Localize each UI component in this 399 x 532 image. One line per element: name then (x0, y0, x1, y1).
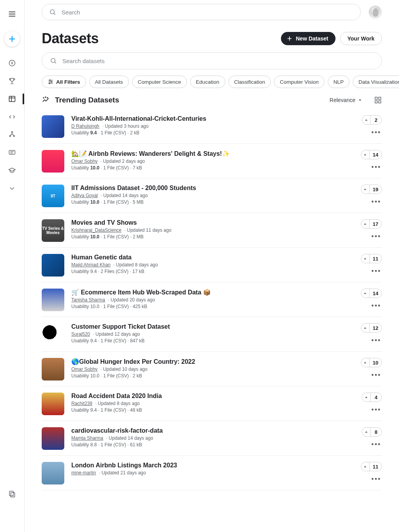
chip-nlp[interactable]: NLP (328, 76, 350, 88)
chip-classification[interactable]: Classification (228, 76, 271, 88)
upvote-button[interactable]: 2 (362, 115, 382, 125)
dataset-author[interactable]: mine-martin (71, 470, 96, 476)
caret-up-icon (362, 393, 371, 402)
dataset-row[interactable]: Virat-Kohli-All-International-Cricket-Ce… (42, 109, 382, 144)
hamburger-menu-icon[interactable] (5, 7, 19, 21)
filters-icon (48, 79, 54, 85)
svg-marker-49 (365, 431, 367, 433)
svg-rect-19 (11, 493, 15, 497)
more-menu-icon[interactable]: ••• (371, 235, 382, 240)
svg-marker-41 (364, 154, 366, 155)
dataset-updated: Updated 12 days ago (92, 331, 140, 337)
nav-events[interactable] (5, 487, 19, 501)
svg-rect-37 (379, 97, 381, 100)
nav-competitions[interactable] (5, 74, 19, 88)
nav-discussions[interactable] (5, 146, 19, 160)
sort-dropdown[interactable]: Relevance (330, 97, 362, 103)
dataset-title[interactable]: IIT Admissions Dataset - 200,000 Student… (71, 185, 347, 192)
dataset-title[interactable]: Human Genetic data (71, 254, 347, 261)
dataset-row[interactable]: 🏡📝 Airbnb Reviews: Wanderers' Delight & … (42, 144, 382, 178)
nav-learn[interactable] (5, 164, 19, 178)
upvote-button[interactable]: 11 (361, 254, 382, 263)
nav-more[interactable] (5, 181, 19, 196)
upvote-button[interactable]: 11 (361, 462, 382, 471)
chip-education[interactable]: Education (190, 76, 225, 88)
dataset-row[interactable]: Road Accident Data 2020 India Rachit239 … (42, 386, 382, 421)
dataset-title[interactable]: cardiovascular-risk-factor-data (71, 427, 347, 434)
more-menu-icon[interactable]: ••• (371, 373, 382, 378)
more-menu-icon[interactable]: ••• (371, 408, 382, 413)
chip-all-datasets[interactable]: All Datasets (89, 76, 129, 88)
dataset-row[interactable]: London Airbnb Listings March 2023 mine-m… (42, 456, 382, 490)
upvote-button[interactable]: 14 (361, 289, 382, 298)
svg-marker-45 (364, 292, 366, 294)
chip-all-filters[interactable]: All Filters (42, 76, 86, 88)
dataset-title[interactable]: Customer Support Ticket Dataset (71, 323, 347, 330)
dataset-title[interactable]: London Airbnb Listings March 2023 (71, 462, 347, 469)
upvote-button[interactable]: 17 (361, 219, 382, 229)
upvote-button[interactable]: 19 (361, 185, 382, 194)
chip-data-visualization[interactable]: Data Visualization (353, 76, 399, 88)
dataset-title[interactable]: 🛒 Ecommerce Item Hub Web-Scraped Data 📦 (71, 289, 347, 296)
upvote-button[interactable]: 4 (362, 393, 382, 402)
grid-view-toggle[interactable] (374, 96, 382, 104)
dataset-author[interactable]: Krishnaraj_DataScience (71, 227, 122, 233)
avatar[interactable] (369, 5, 382, 19)
nav-datasets[interactable] (5, 92, 19, 106)
svg-marker-6 (11, 62, 12, 65)
upvote-button[interactable]: 12 (361, 323, 382, 333)
new-dataset-button[interactable]: New Dataset (281, 32, 335, 45)
more-menu-icon[interactable]: ••• (371, 270, 382, 274)
dataset-row[interactable]: 🛒 Ecommerce Item Hub Web-Scraped Data 📦 … (42, 282, 382, 317)
dataset-author[interactable]: Omar Sobhy (71, 159, 97, 164)
dataset-row[interactable]: IIT IIT Admissions Dataset - 200,000 Stu… (42, 178, 382, 213)
svg-marker-44 (364, 258, 366, 259)
dataset-title[interactable]: Road Accident Data 2020 India (71, 393, 347, 400)
dataset-row[interactable]: Customer Support Ticket Dataset Suraj520… (42, 317, 382, 352)
svg-marker-50 (364, 466, 366, 467)
caret-up-icon (361, 150, 370, 159)
global-search-input[interactable] (62, 9, 353, 16)
dataset-thumbnail (42, 254, 64, 277)
upvote-button[interactable]: 14 (361, 150, 382, 159)
your-work-button[interactable]: Your Work (340, 32, 382, 45)
nav-home[interactable] (5, 56, 19, 70)
dataset-author[interactable]: Tanisha Sharma (71, 297, 105, 303)
more-menu-icon[interactable]: ••• (371, 166, 382, 170)
more-menu-icon[interactable]: ••• (371, 443, 382, 447)
dataset-author[interactable]: Suraj520 (71, 331, 90, 337)
dataset-author[interactable]: D Rahulsingh (71, 123, 99, 129)
more-menu-icon[interactable]: ••• (371, 304, 382, 309)
more-menu-icon[interactable]: ••• (371, 131, 382, 136)
dataset-updated: Updated 10 days ago (99, 366, 147, 372)
chip-computer-vision[interactable]: Computer Vision (274, 76, 325, 88)
chip-computer-science[interactable]: Computer Science (132, 76, 187, 88)
datasets-search-input[interactable] (62, 58, 374, 64)
dataset-title[interactable]: 🌎Global Hunger Index Per Country: 2022 (71, 358, 347, 365)
dataset-title[interactable]: Virat-Kohli-All-International-Cricket-Ce… (71, 115, 347, 122)
upvote-button[interactable]: 10 (361, 358, 382, 367)
dataset-author[interactable]: Majid Ahmad Khan (71, 262, 111, 268)
datasets-search[interactable] (42, 52, 382, 69)
dataset-author[interactable]: Rachit239 (71, 401, 92, 406)
global-search[interactable] (42, 4, 361, 20)
dataset-author[interactable]: Aditya Goyal (71, 193, 98, 198)
more-menu-icon[interactable]: ••• (371, 200, 382, 205)
dataset-row[interactable]: TV Series & Movies Movies and TV Shows K… (42, 213, 382, 248)
dataset-updated: Updated 14 days ago (99, 193, 148, 198)
nav-code[interactable] (5, 110, 19, 124)
dataset-row[interactable]: cardiovascular-risk-factor-data Mamta Sh… (42, 421, 382, 456)
dataset-author[interactable]: Mamta Sharma (71, 435, 103, 441)
dataset-title[interactable]: 🏡📝 Airbnb Reviews: Wanderers' Delight & … (71, 150, 347, 157)
dataset-row[interactable]: 🌎Global Hunger Index Per Country: 2022 O… (42, 352, 382, 386)
dataset-title[interactable]: Movies and TV Shows (71, 219, 347, 226)
dataset-row[interactable]: Human Genetic data Majid Ahmad Khan Upda… (42, 248, 382, 282)
more-menu-icon[interactable]: ••• (371, 339, 382, 344)
nav-models[interactable] (5, 128, 19, 142)
dataset-stats: Usability 10.0 · 1 File (CSV) · 2 kB (71, 373, 347, 379)
create-button[interactable] (4, 31, 20, 47)
dataset-updated: Updated 21 days ago (97, 470, 146, 476)
dataset-author[interactable]: Omar Sobhy (71, 366, 97, 372)
more-menu-icon[interactable]: ••• (371, 477, 382, 482)
upvote-button[interactable]: 8 (362, 427, 382, 437)
